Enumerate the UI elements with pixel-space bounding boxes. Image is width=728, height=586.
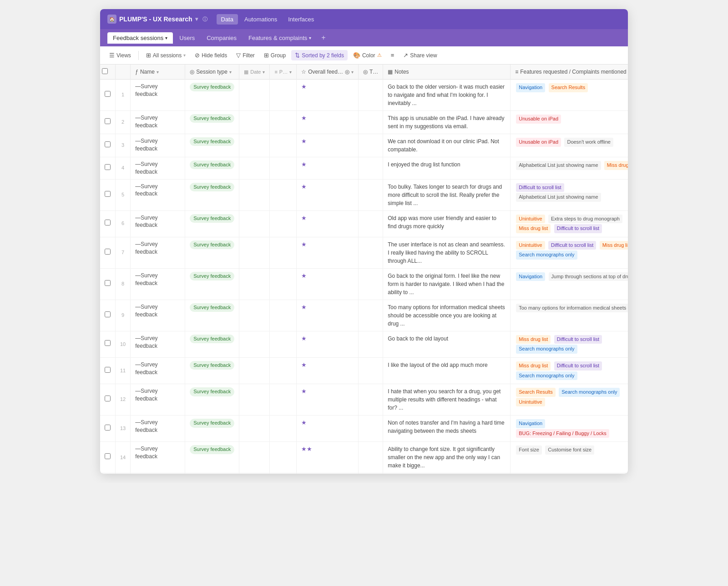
feature-tag[interactable]: Font size bbox=[516, 446, 542, 455]
name-cell[interactable]: —Survey feedback bbox=[131, 384, 185, 416]
feature-tag[interactable]: BUG: Freezing / Failing / Buggy / Locks bbox=[516, 429, 609, 438]
notes-cell[interactable]: Too many options for information medical… bbox=[383, 300, 511, 331]
views-button[interactable]: ☰ Views bbox=[106, 50, 135, 60]
row-checkbox[interactable] bbox=[105, 164, 111, 170]
feature-tag[interactable]: Miss drug list bbox=[604, 161, 628, 170]
session-type-cell[interactable]: Survey feedback bbox=[185, 331, 239, 357]
feature-tag[interactable]: Jump through sections at top of drug bbox=[549, 272, 628, 281]
date-cell[interactable] bbox=[239, 134, 270, 157]
feature-tag[interactable]: Navigation bbox=[516, 83, 545, 92]
row-checkbox[interactable] bbox=[105, 367, 111, 373]
feature-tag[interactable]: Extra steps to drug monograph bbox=[548, 215, 622, 224]
row-checkbox[interactable] bbox=[105, 118, 111, 124]
t-cell[interactable] bbox=[358, 416, 383, 442]
name-cell[interactable]: —Survey feedback bbox=[131, 357, 185, 384]
session-type-cell[interactable]: Survey feedback bbox=[185, 473, 239, 474]
feature-tag[interactable]: Search Results bbox=[549, 83, 588, 92]
feature-tag[interactable]: Unintuitive bbox=[516, 215, 545, 224]
overall-cell[interactable]: ★ bbox=[297, 111, 359, 134]
date-cell[interactable] bbox=[239, 384, 270, 416]
session-type-cell[interactable]: Survey feedback bbox=[185, 111, 239, 134]
tab-feedback-sessions[interactable]: Feedback sessions ▾ bbox=[107, 32, 173, 44]
session-type-cell[interactable]: Survey feedback bbox=[185, 134, 239, 157]
notes-cell[interactable]: Go back to the original form. I feel lik… bbox=[383, 268, 511, 300]
overall-cell[interactable]: ★ bbox=[297, 300, 359, 331]
p-cell[interactable] bbox=[270, 357, 297, 384]
tab-users[interactable]: Users bbox=[174, 32, 200, 44]
feature-tag[interactable]: Navigation bbox=[516, 272, 545, 281]
date-cell[interactable] bbox=[239, 210, 270, 237]
p-cell[interactable] bbox=[270, 237, 297, 268]
name-cell[interactable]: —Survey feedback bbox=[131, 157, 185, 180]
overall-cell[interactable]: ★ bbox=[297, 157, 359, 180]
t-cell[interactable] bbox=[358, 134, 383, 157]
row-checkbox[interactable] bbox=[105, 91, 111, 97]
feature-tag[interactable]: Difficult to scroll list bbox=[554, 224, 602, 233]
p-cell[interactable] bbox=[270, 416, 297, 442]
p-cell[interactable] bbox=[270, 331, 297, 357]
notes-cell[interactable]: Too bulky. Takes longer to search for dr… bbox=[383, 179, 511, 210]
feature-tag[interactable]: Search monographs only bbox=[516, 371, 577, 381]
p-cell[interactable] bbox=[270, 134, 297, 157]
share-button[interactable]: ↗ Share view bbox=[399, 50, 440, 60]
tab-companies[interactable]: Companies bbox=[201, 32, 242, 44]
feature-tag[interactable]: Miss drug list bbox=[516, 224, 551, 233]
session-type-cell[interactable]: Survey feedback bbox=[185, 357, 239, 384]
overall-cell[interactable]: ★ bbox=[297, 134, 359, 157]
color-button[interactable]: 🎨 Color ⚠ bbox=[349, 50, 385, 60]
tab-features-complaints[interactable]: Features & complaints ▾ bbox=[243, 32, 317, 44]
feature-tag[interactable]: Too many options for information medical… bbox=[516, 304, 628, 313]
t-cell[interactable] bbox=[358, 157, 383, 180]
feature-tag[interactable]: Miss drug list bbox=[600, 241, 628, 250]
p-cell[interactable] bbox=[270, 210, 297, 237]
feature-tag[interactable]: Difficult to scroll list bbox=[548, 241, 596, 250]
p-cell[interactable] bbox=[270, 473, 297, 474]
name-cell[interactable]: —Survey feedback bbox=[131, 111, 185, 134]
t-cell[interactable] bbox=[358, 473, 383, 474]
row-checkbox[interactable] bbox=[105, 220, 111, 225]
notes-cell[interactable]: Non of notes transfer and I'm having a h… bbox=[383, 416, 511, 442]
p-cell[interactable] bbox=[270, 80, 297, 111]
th-overall[interactable]: ☆ Overall feed… ◎ ▾ bbox=[297, 65, 359, 80]
info-icon[interactable]: ⓘ bbox=[202, 16, 207, 23]
date-cell[interactable] bbox=[239, 268, 270, 300]
t-cell[interactable] bbox=[358, 237, 383, 268]
feature-tag[interactable]: Navigation bbox=[516, 419, 545, 428]
session-type-cell[interactable]: Survey feedback bbox=[185, 80, 239, 111]
overall-cell[interactable]: ★ bbox=[297, 80, 359, 111]
notes-cell[interactable]: Go back to the older version- it was muc… bbox=[383, 80, 511, 111]
notes-cell[interactable]: The user interface is not as clean and s… bbox=[383, 237, 511, 268]
session-type-cell[interactable]: Survey feedback bbox=[185, 210, 239, 237]
filter-button[interactable]: ▽ Filter bbox=[233, 50, 258, 60]
th-t[interactable]: ◎ T… bbox=[358, 65, 383, 80]
row-checkbox[interactable] bbox=[105, 340, 111, 346]
overall-cell[interactable]: ★ bbox=[297, 384, 359, 416]
name-cell[interactable]: —Survey feedback bbox=[131, 210, 185, 237]
t-cell[interactable] bbox=[358, 300, 383, 331]
name-cell[interactable]: —Survey feedback bbox=[131, 416, 185, 442]
t-cell[interactable] bbox=[358, 179, 383, 210]
overall-cell[interactable]: ★ bbox=[297, 210, 359, 237]
notes-cell[interactable]: Old app was more user friendly and easie… bbox=[383, 210, 511, 237]
date-cell[interactable] bbox=[239, 442, 270, 473]
feature-tag[interactable]: Search monographs only bbox=[516, 345, 577, 354]
name-cell[interactable]: —Survey feedback bbox=[131, 331, 185, 357]
name-cell[interactable]: —Survey feedback bbox=[131, 442, 185, 473]
th-p[interactable]: ≡ P… ▾ bbox=[270, 65, 297, 80]
feature-tag[interactable]: Alphabetical List just showing name bbox=[516, 193, 601, 202]
notes-cell[interactable]: I like the layout of the old app much mo… bbox=[383, 357, 511, 384]
session-type-cell[interactable]: Survey feedback bbox=[185, 179, 239, 210]
p-cell[interactable] bbox=[270, 442, 297, 473]
name-cell[interactable]: —Survey feedback bbox=[131, 300, 185, 331]
th-notes[interactable]: ▦ Notes bbox=[383, 65, 511, 80]
overall-cell[interactable]: ★★ bbox=[297, 473, 359, 474]
row-checkbox[interactable] bbox=[105, 141, 111, 147]
t-cell[interactable] bbox=[358, 80, 383, 111]
session-type-cell[interactable]: Survey feedback bbox=[185, 268, 239, 300]
notes-cell[interactable]: I enjoyed the drug list function bbox=[383, 157, 511, 180]
chevron-down-icon[interactable]: ▾ bbox=[195, 16, 198, 22]
date-cell[interactable] bbox=[239, 416, 270, 442]
feature-tag[interactable]: Search Results bbox=[516, 388, 556, 397]
t-cell[interactable] bbox=[358, 210, 383, 237]
t-cell[interactable] bbox=[358, 384, 383, 416]
